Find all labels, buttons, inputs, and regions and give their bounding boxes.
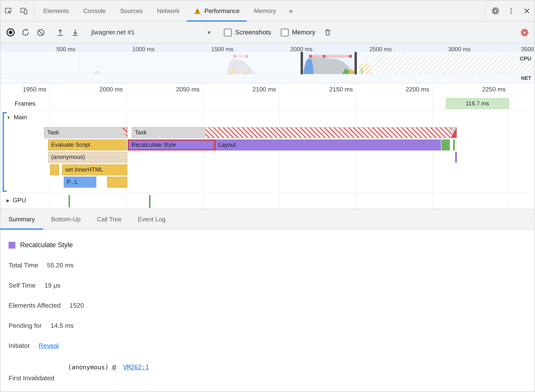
profile-name: jlwagner.net #1 [91, 29, 135, 36]
tab-performance[interactable]: Performance [187, 0, 247, 21]
tab-bottom-up[interactable]: Bottom-Up [43, 209, 89, 229]
tab-label: Elements [43, 7, 69, 14]
flame-bar-evaluate-script[interactable]: Evaluate Script [48, 140, 127, 150]
collapse-triangle-icon[interactable]: ▼ [6, 115, 10, 120]
gpu-track: ▶ GPU [0, 193, 535, 210]
ruler-tick: 2250 ms [474, 86, 506, 93]
flame-bar-task[interactable]: Task [44, 127, 128, 138]
gpu-activity-tick[interactable] [69, 195, 70, 207]
summary-row-value: 1520 [70, 302, 84, 309]
capture-settings-button[interactable] [517, 25, 532, 40]
screenshots-label: Screenshots [235, 29, 271, 36]
overview-tick: 3500 [500, 46, 534, 53]
memory-checkbox[interactable] [281, 28, 288, 36]
device-toolbar-button[interactable] [16, 0, 32, 21]
trash-icon [324, 28, 332, 37]
flame-bar-label: Task [135, 129, 147, 136]
capture-settings-gear-icon [520, 28, 529, 37]
summary-row: Pending for 14.5 ms [9, 320, 535, 331]
tab-network[interactable]: Network [150, 0, 187, 21]
flame-bar-script-small[interactable] [107, 177, 127, 187]
tab-label: Event Log [138, 216, 165, 223]
tab-label: Network [157, 7, 179, 14]
main-track-header[interactable]: ▼ Main [0, 111, 535, 121]
ruler-tick: 2050 ms [168, 86, 200, 93]
screenshots-checkbox[interactable] [224, 28, 232, 36]
flame-bar-label: Recalculate Style [131, 141, 176, 148]
menu-button[interactable] [503, 0, 519, 21]
initiator-reveal-link[interactable]: Reveal [39, 342, 59, 350]
tab-elements[interactable]: Elements [36, 0, 76, 21]
overview-left-handle[interactable] [300, 51, 303, 75]
flame-bar-style-sliver[interactable] [455, 152, 457, 163]
summary-row-first-invalidated: First Invalidated (anonymous) @ VM262:1 [9, 364, 535, 382]
flame-bar-script-small[interactable] [50, 164, 59, 175]
kebab-menu-icon [507, 7, 515, 15]
tab-label: Summary [9, 216, 35, 223]
flame-bar-parse-html[interactable]: P...L [64, 177, 96, 187]
main-track-label: Main [14, 114, 27, 121]
screenshots-toggle[interactable]: Screenshots [219, 28, 276, 36]
reload-and-record-button[interactable] [18, 25, 33, 40]
cpu-track-label: CPU [520, 56, 531, 62]
memory-toggle[interactable]: Memory [276, 28, 320, 36]
timeline-overview[interactable]: 500 ms 1000 ms 1500 ms 2000 ms 2500 ms 3… [0, 43, 535, 83]
frame-duration-label: 116.7 ms [466, 100, 489, 107]
expand-triangle-icon[interactable]: ▶ [6, 198, 9, 203]
summary-row-value: 19 μs [44, 281, 61, 289]
tab-label: Bottom-Up [51, 216, 80, 223]
memory-label: Memory [292, 29, 315, 36]
tab-event-log[interactable]: Event Log [130, 209, 174, 229]
warning-icon [194, 8, 201, 14]
flame-chart-area[interactable]: 1950 ms 2000 ms 2050 ms 2100 ms 2150 ms … [0, 83, 535, 209]
toolbar-separator [34, 5, 34, 17]
garbage-collect-button[interactable] [320, 25, 335, 40]
record-button[interactable] [3, 25, 18, 40]
frame-duration-box[interactable]: 116.7 ms [446, 98, 509, 109]
flame-bar-task[interactable]: Task [132, 127, 457, 138]
flame-bar-recalculate-style-selected[interactable]: Recalculate Style [128, 140, 215, 150]
save-profile-button[interactable] [67, 25, 83, 40]
toolbar-separator [485, 5, 485, 17]
flame-bar-paint[interactable] [441, 140, 450, 150]
net-track-label: NET [521, 75, 531, 81]
flame-bar-set-innerhtml[interactable]: set innerHTML [62, 164, 127, 175]
inspect-element-button[interactable] [0, 0, 16, 21]
gpu-activity-tick[interactable] [149, 195, 150, 208]
summary-row-value: 55.20 ms [47, 261, 74, 269]
tab-console[interactable]: Console [76, 0, 113, 21]
stack-frame-text: (anonymous) @ [68, 364, 116, 371]
summary-row: Total Time 55.20 ms [9, 260, 535, 271]
clear-icon [36, 28, 45, 37]
flame-bar-layout[interactable]: Layout [215, 140, 441, 150]
summary-row-label: First Invalidated [9, 374, 54, 382]
load-profile-button[interactable] [52, 25, 67, 40]
overview-right-handle[interactable] [354, 51, 357, 75]
gpu-track-header[interactable]: ▶ GPU [0, 193, 535, 204]
devtools-window: Elements Console Sources Network Perform… [0, 0, 535, 392]
ruler-tick: 2200 ms [398, 86, 429, 93]
flame-bar-anonymous[interactable]: (anonymous) [48, 152, 127, 163]
flame-bar-paint-sliver[interactable] [453, 140, 455, 150]
tab-summary[interactable]: Summary [0, 209, 43, 229]
overview-left-curtain [0, 52, 302, 74]
tab-sources[interactable]: Sources [113, 0, 150, 21]
tab-label: Performance [204, 7, 239, 14]
performance-toolbar: jlwagner.net #1 ▾ Screenshots Memory [0, 22, 535, 43]
flame-bar-label: Evaluate Script [51, 141, 90, 148]
summary-row: Elements Affected 1520 [9, 300, 535, 311]
settings-button[interactable] [488, 0, 503, 21]
close-devtools-button[interactable] [519, 0, 535, 21]
flame-bar-label: P...L [67, 179, 78, 185]
tab-memory[interactable]: Memory [247, 0, 283, 21]
profile-select[interactable]: jlwagner.net #1 ▾ [87, 29, 215, 36]
long-task-marker [122, 128, 127, 138]
reload-icon [21, 28, 30, 37]
tab-label: Console [83, 7, 106, 14]
overview-tick: 500 ms [41, 46, 75, 53]
ruler-tick: 2150 ms [321, 86, 353, 93]
more-tabs-button[interactable]: » [283, 0, 298, 21]
stack-source-link[interactable]: VM262:1 [123, 364, 149, 371]
tab-call-tree[interactable]: Call Tree [89, 209, 130, 229]
clear-recording-button[interactable] [33, 25, 48, 40]
